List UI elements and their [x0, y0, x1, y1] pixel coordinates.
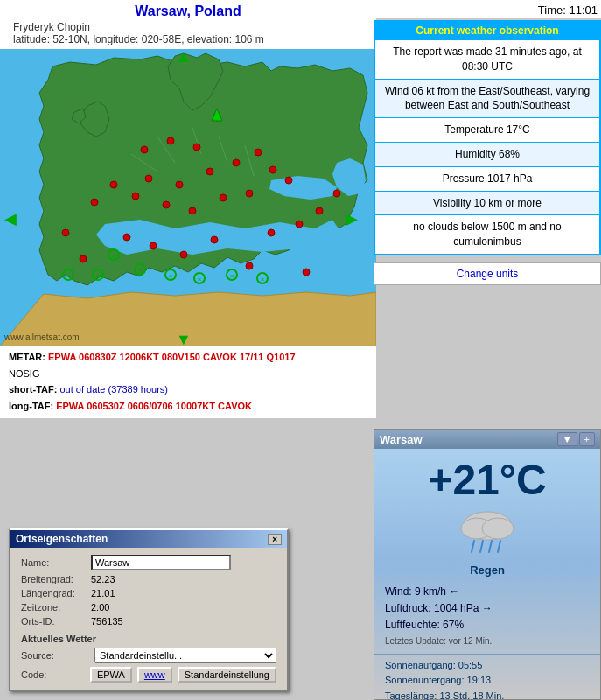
right-panel: Time: 11:01 Current weather observation …: [374, 0, 601, 285]
obs-humidity: Humidity 68%: [375, 142, 599, 166]
daylength-value: 13 Std. 18 Min.: [439, 690, 504, 700]
svg-point-19: [176, 181, 183, 188]
svg-point-30: [110, 181, 117, 188]
daylength-label: Tageslänge:: [385, 690, 437, 700]
lat-label: Breitengrad:: [21, 574, 91, 584]
svg-text:×: ×: [198, 276, 202, 284]
svg-point-41: [80, 256, 87, 262]
tz-row: Zeitzone: 2:00: [21, 602, 276, 612]
svg-point-31: [91, 199, 98, 206]
short-taf-value: out of date (37389 hours): [59, 384, 168, 395]
svg-point-27: [189, 207, 196, 214]
lon-label: Längengrad:: [21, 588, 91, 598]
metar-label: METAR:: [9, 352, 45, 362]
svg-point-24: [285, 177, 292, 184]
short-taf-line: short-TAF: out of date (37389 hours): [9, 382, 367, 397]
weather-icon: [374, 504, 600, 564]
obs-clouds: no clouds below 1500 m and no cumulonimb…: [375, 214, 599, 254]
source-select[interactable]: Standardeinstellu...: [94, 648, 276, 663]
source-label: Source:: [21, 650, 91, 661]
nosig-line: NOSIG: [9, 367, 367, 382]
widget-header: Warsaw ▼ +: [374, 430, 600, 449]
widget-dropdown-button[interactable]: ▼: [557, 432, 577, 446]
svg-text:×: ×: [138, 267, 143, 275]
sunrise-value: 05:55: [458, 660, 483, 670]
svg-point-35: [211, 236, 218, 243]
code-row: Code: EPWA www Standardeinstellung: [21, 667, 276, 682]
widget-title: Warsaw: [380, 433, 423, 446]
std-button[interactable]: Standardeinstellung: [178, 667, 276, 682]
id-row: Orts-ID: 756135: [21, 616, 276, 626]
properties-dialog: Ortseigenschaften × Name: Breitengrad: 5…: [9, 528, 289, 691]
svg-text:×: ×: [96, 272, 101, 280]
long-taf-line: long-TAF: EPWA 060530Z 0606/0706 10007KT…: [9, 399, 367, 414]
widget-wind: Wind: 9 km/h ←: [385, 584, 590, 600]
sunrise-label: Sonnenaufgang:: [385, 660, 456, 670]
lon-row: Längengrad: 21.01: [21, 588, 276, 598]
map-container[interactable]: × × × × × × × × ▲ ◀ ▼ ▶ www.allmetsat.co…: [0, 49, 376, 346]
widget-pressure: Luftdruck: 1004 hPa →: [385, 600, 590, 617]
observation-box: Current weather observation The report w…: [374, 20, 601, 256]
svg-line-71: [498, 541, 500, 552]
svg-point-32: [123, 234, 130, 241]
coordinates: latitude: 52-10N, longitude: 020-58E, el…: [0, 33, 376, 49]
weather-details: Wind: 9 km/h ← Luftdruck: 1004 hPa → Luf…: [374, 582, 600, 650]
obs-pressure: Pressure 1017 hPa: [375, 166, 599, 191]
sun-info: Sonnenaufgang: 05:55 Sonnenuntergang: 19…: [374, 654, 600, 700]
short-taf-label: short-TAF:: [9, 384, 57, 395]
svg-point-37: [296, 220, 303, 228]
dialog-close-button[interactable]: ×: [268, 534, 282, 545]
svg-text:◀: ◀: [4, 210, 17, 228]
widget-humidity: Luftfeuchte: 67%: [385, 617, 590, 634]
source-row: Source: Standardeinstellu...: [21, 648, 276, 663]
sunset-value: 19:13: [467, 675, 492, 685]
sunset-row: Sonnenuntergang: 19:13: [385, 673, 590, 689]
obs-header: Current weather observation: [375, 22, 599, 39]
lon-value: 21.01: [91, 588, 276, 598]
svg-text:▼: ▼: [176, 331, 192, 346]
metar-section: METAR: EPWA 060830Z 12006KT 080V150 CAVO…: [0, 346, 376, 418]
widget-last-update: Letztes Update: vor 12 Min.: [385, 634, 590, 648]
code-epwa-button[interactable]: EPWA: [90, 667, 132, 682]
sunset-label: Sonnenuntergang:: [385, 675, 465, 685]
svg-point-39: [333, 190, 340, 197]
id-label: Orts-ID:: [21, 616, 91, 626]
svg-point-67: [482, 518, 514, 539]
svg-text:×: ×: [169, 272, 173, 280]
lat-row: Breitengrad: 52.23: [21, 574, 276, 584]
airport-name: Fryderyk Chopin: [0, 21, 376, 33]
dialog-title: Ortseigenschaften: [16, 533, 108, 545]
map-svg: × × × × × × × × ▲ ◀ ▼ ▶: [0, 49, 376, 346]
tz-label: Zeitzone:: [21, 602, 91, 612]
svg-line-69: [480, 541, 483, 552]
svg-point-25: [246, 190, 253, 197]
widget-controls: ▼ +: [557, 432, 595, 446]
widget-plus-button[interactable]: +: [579, 432, 595, 446]
name-input[interactable]: [91, 555, 231, 570]
svg-point-23: [269, 166, 276, 173]
svg-text:▶: ▶: [346, 210, 358, 228]
tz-value: 2:00: [91, 602, 276, 612]
obs-wind: Wind 06 kt from the East/Southeast, vary…: [375, 79, 599, 118]
current-weather-section: Aktuelles Wetter: [21, 634, 276, 644]
change-units-button[interactable]: Change units: [374, 262, 601, 285]
svg-point-26: [220, 194, 227, 201]
long-taf-value: EPWA 060530Z 0606/0706 10007KT CAVOK: [56, 401, 252, 411]
svg-point-43: [246, 262, 253, 270]
left-panel: Warsaw, Poland Fryderyk Chopin latitude:…: [0, 0, 376, 418]
metar-value: EPWA 060830Z 12006KT 080V150 CAVOK 17/11…: [48, 352, 296, 362]
nosig-value: NOSIG: [9, 368, 39, 379]
svg-text:×: ×: [66, 272, 71, 280]
svg-point-29: [132, 192, 139, 200]
code-label: Code:: [21, 669, 85, 680]
svg-point-40: [62, 229, 69, 236]
obs-report-time: The report was made 31 minutes ago, at 0…: [375, 39, 599, 79]
svg-point-38: [316, 207, 323, 214]
svg-text:×: ×: [230, 272, 234, 280]
svg-line-68: [472, 541, 474, 552]
www-button[interactable]: www: [137, 667, 172, 682]
widget-temperature: +21°C: [374, 449, 600, 504]
obs-temperature: Temperature 17°C: [375, 117, 599, 142]
svg-point-22: [255, 149, 262, 156]
time-header: Time: 11:01: [374, 0, 601, 18]
